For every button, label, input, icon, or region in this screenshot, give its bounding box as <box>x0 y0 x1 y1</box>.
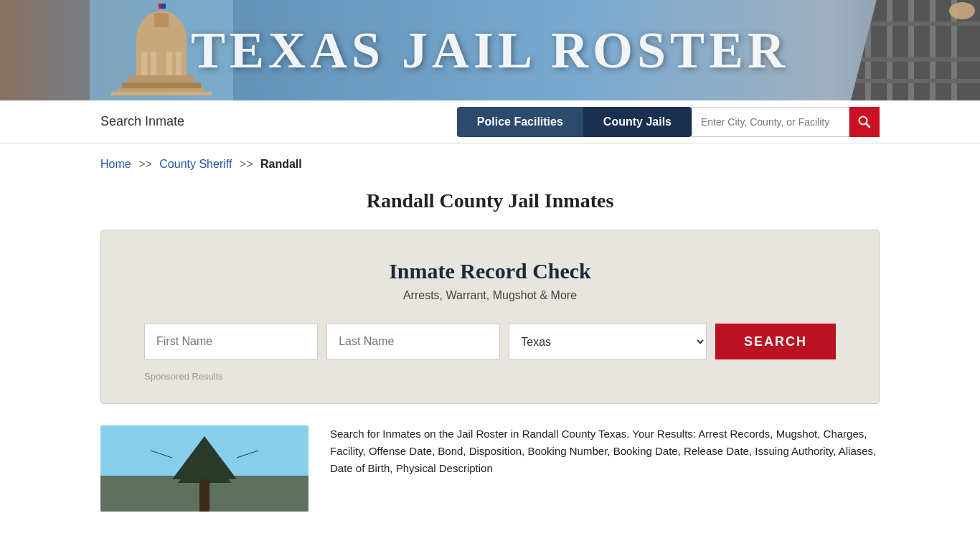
svg-rect-5 <box>151 52 156 75</box>
search-inmate-label: Search Inmate <box>100 114 457 129</box>
nav-bar: Search Inmate Police Facilities County J… <box>0 100 980 143</box>
svg-rect-8 <box>129 75 194 83</box>
county-jails-button[interactable]: County Jails <box>583 107 692 137</box>
sponsored-results-label: Sponsored Results <box>144 371 836 382</box>
header-banner: Texas Jail Roster <box>0 0 980 100</box>
record-check-title: Inmate Record Check <box>144 259 836 283</box>
svg-line-26 <box>866 123 870 127</box>
svg-rect-11 <box>111 92 212 95</box>
record-search-button[interactable]: SEARCH <box>715 324 836 359</box>
breadcrumb-home-link[interactable]: Home <box>100 158 131 170</box>
record-check-subtitle: Arrests, Warrant, Mugshot & More <box>144 289 836 302</box>
breadcrumb: Home >> County Sheriff >> Randall <box>0 143 980 178</box>
page-title: Randall County Jail Inmates <box>0 178 980 230</box>
svg-rect-31 <box>199 479 209 512</box>
record-check-form: AlabamaAlaskaArizonaArkansasCaliforniaCo… <box>144 324 836 359</box>
banner-title: Texas Jail Roster <box>191 21 789 80</box>
breadcrumb-separator-1: >> <box>138 158 152 170</box>
svg-rect-23 <box>851 79 980 83</box>
svg-rect-17 <box>887 0 892 100</box>
police-facilities-button[interactable]: Police Facilities <box>457 107 583 137</box>
svg-rect-3 <box>154 13 169 27</box>
svg-rect-18 <box>908 0 914 100</box>
svg-rect-22 <box>851 57 980 62</box>
svg-rect-4 <box>141 52 147 75</box>
svg-rect-7 <box>176 52 182 75</box>
breadcrumb-county-sheriff-link[interactable]: County Sheriff <box>159 158 232 170</box>
svg-rect-19 <box>930 0 936 100</box>
facility-search-button[interactable] <box>849 107 880 137</box>
search-icon <box>858 116 871 128</box>
svg-rect-10 <box>118 88 204 92</box>
bottom-section: Search for Inmates on the Jail Roster in… <box>0 425 980 512</box>
record-check-section: Inmate Record Check Arrests, Warrant, Mu… <box>100 230 880 404</box>
breadcrumb-separator-2: >> <box>240 158 253 170</box>
nav-right-section: Police Facilities County Jails <box>457 107 880 137</box>
svg-rect-14 <box>161 4 166 9</box>
breadcrumb-current: Randall <box>260 158 302 170</box>
svg-rect-6 <box>166 52 172 75</box>
first-name-input[interactable] <box>144 324 318 359</box>
svg-rect-9 <box>122 83 201 88</box>
bottom-image <box>100 425 308 512</box>
bottom-description: Search for Inmates on the Jail Roster in… <box>330 425 880 477</box>
svg-point-24 <box>949 2 975 19</box>
facility-search-input[interactable] <box>692 107 849 137</box>
state-select[interactable]: AlabamaAlaskaArizonaArkansasCaliforniaCo… <box>509 324 707 359</box>
last-name-input[interactable] <box>326 324 500 359</box>
